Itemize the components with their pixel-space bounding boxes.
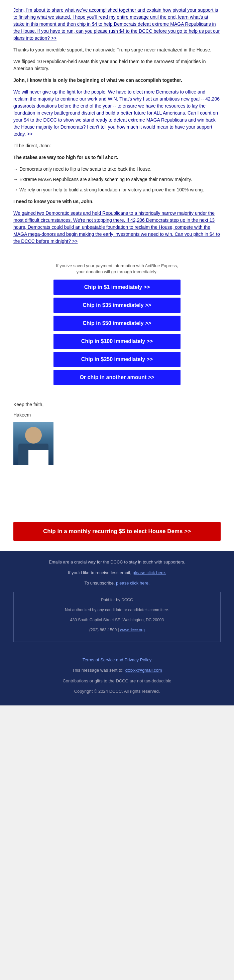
footer-line3: To unsubscribe, please click here. — [13, 580, 221, 587]
stakes-bold: The stakes are way too high for us to fa… — [13, 154, 221, 161]
bullet-1: → Democrats only need to flip a few seat… — [13, 165, 221, 173]
donate-btn-100[interactable]: Chip in $100 immediately >> — [54, 334, 180, 349]
photo — [13, 422, 54, 465]
footer-less-email-link[interactable]: please click here. — [132, 570, 166, 575]
donate-btn-50[interactable]: Chip in $50 immediately >> — [54, 316, 180, 331]
footer-unsubscribe-link[interactable]: please click here. — [116, 581, 150, 585]
footer-bottom: Terms of Service and Privacy Policy This… — [0, 655, 234, 705]
donate-btn-35[interactable]: Chip in $35 immediately >> — [54, 298, 180, 313]
footer-line1: Emails are a crucial way for the DCCC to… — [13, 559, 221, 565]
copyright-line: Copyright © 2024 DCCC. All rights reserv… — [13, 688, 221, 695]
para1: Thanks to your incredible support, the n… — [13, 46, 221, 53]
footer-line2: If you'd like to receive less email, ple… — [13, 570, 221, 576]
intro-link[interactable]: John, I'm about to share what we've acco… — [13, 7, 220, 41]
sent-to-email[interactable]: xxxxxx@gmail.com — [125, 668, 162, 673]
body-link2[interactable]: We gained two Democratic seats and held … — [13, 210, 220, 244]
donate-btn-250[interactable]: Chip in $250 immediately >> — [54, 352, 180, 367]
dccc-website-link[interactable]: www.dccc.org — [120, 628, 145, 632]
legal-line1: Paid for by DCCC — [21, 597, 213, 603]
sent-to-line: This message was sent to: xxxxxx@gmail.c… — [13, 667, 221, 674]
link-para: We will never give up the fight for the … — [13, 89, 221, 138]
photo-head — [25, 427, 42, 444]
para2: We flipped 10 Republican-held seats this… — [13, 58, 221, 72]
intro-paragraph: John, I'm about to share what we've acco… — [13, 7, 221, 42]
signer-name: Hakeem — [13, 412, 221, 418]
legal-line4: (202) 863-1500 | www.dccc.org — [21, 627, 213, 633]
bullet-list: → Democrats only need to flip a few seat… — [13, 165, 221, 193]
legal-line2: Not authorized by any candidate or candi… — [21, 607, 213, 613]
link-para2: We gained two Democratic seats and held … — [13, 210, 221, 245]
monthly-cta-button[interactable]: Chip in a monthly recurring $5 to elect … — [13, 522, 221, 541]
legal-line3: 430 South Capitol Street SE, Washington,… — [21, 617, 213, 623]
bullet-3: → We rely on your help to build a strong… — [13, 186, 221, 193]
terms-link-line: Terms of Service and Privacy Policy — [13, 657, 221, 663]
photo-bg — [13, 422, 54, 465]
para3-bold: John, I know this is only the beginning … — [13, 77, 221, 84]
photo-body — [18, 444, 48, 465]
donate-btn-other[interactable]: Or chip in another amount >> — [54, 370, 180, 385]
email-wrapper: John, I'm about to share what we've acco… — [0, 0, 234, 705]
main-content: John, I'm about to share what we've acco… — [0, 0, 234, 256]
monthly-cta-section: Chip in a monthly recurring $5 to elect … — [0, 505, 234, 551]
body-link[interactable]: We will never give up the fight for the … — [13, 89, 220, 137]
direct-text: I'll be direct, John: — [13, 142, 221, 149]
know-you-bold: I need to know you're with us, John. — [13, 198, 221, 205]
footer-legal-box: Paid for by DCCC Not authorized by any c… — [13, 592, 221, 642]
donate-btn-1[interactable]: Chip in $1 immediately >> — [54, 280, 180, 295]
contributions-line: Contributions or gifts to the DCCC are n… — [13, 678, 221, 684]
terms-link[interactable]: Terms of Service and Privacy Policy — [83, 657, 152, 662]
photo-shirt — [29, 450, 48, 465]
footer-section: Emails are a crucial way for the DCCC to… — [0, 551, 234, 655]
donation-section: If you've saved your payment information… — [0, 256, 234, 395]
actblue-notice: If you've saved your payment information… — [13, 263, 221, 275]
keep-faith: Keep the faith, — [13, 401, 221, 408]
spacer — [13, 472, 221, 499]
bullet-2: → Extreme MAGA Republicans are already s… — [13, 176, 221, 183]
closing-section: Keep the faith, Hakeem — [0, 395, 234, 505]
